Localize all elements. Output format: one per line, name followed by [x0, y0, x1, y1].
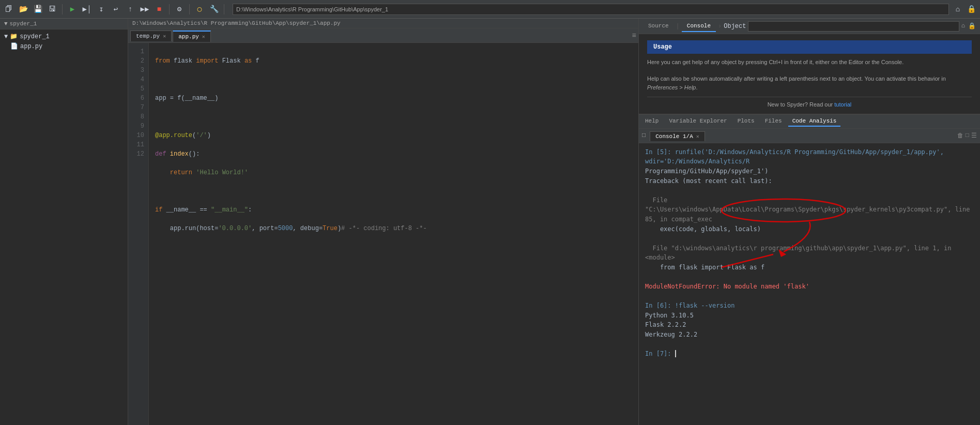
- console-line-error: ModuleNotFoundError: No module named 'fl…: [645, 282, 974, 292]
- tab-temppy-close[interactable]: ✕: [163, 33, 166, 39]
- console-line-blank1: [645, 186, 974, 195]
- console-line-in7: In [7]:: [645, 349, 974, 359]
- tabs-menu-button[interactable]: ≡: [632, 32, 636, 40]
- step-out-icon[interactable]: ↑: [125, 4, 136, 15]
- run-icon[interactable]: ▶: [67, 4, 78, 15]
- tab-variable-explorer[interactable]: Variable Explorer: [665, 116, 731, 127]
- tab-sep2: ›: [718, 23, 722, 30]
- sidebar-content: ▼ 📁 spyder_1 📄 app.py: [0, 29, 128, 425]
- console-line-from-flask: from flask import Flask as f: [645, 263, 974, 272]
- console-line-blank4: [645, 292, 974, 301]
- folder-expand-icon: ▼: [4, 33, 8, 40]
- console-line-blank3: [645, 272, 974, 282]
- tab-temppy[interactable]: temp.py ✕: [130, 31, 172, 41]
- console-pane-icon: □: [642, 132, 646, 139]
- step-into-icon[interactable]: ↧: [96, 4, 107, 15]
- file-icon: 📄: [10, 42, 18, 50]
- bottom-tabs-bar: Help Variable Explorer Plots Files Code …: [639, 114, 980, 129]
- sep3: [189, 4, 190, 14]
- open-folder-icon[interactable]: 📂: [18, 4, 29, 15]
- console-tab-label: Console 1/A: [655, 133, 693, 140]
- main-layout: ▼ spyder_1 ▼ 📁 spyder_1 📄 app.py D:\Wind…: [0, 19, 980, 425]
- stop-icon[interactable]: ■: [154, 4, 165, 15]
- console-output[interactable]: In [5]: runfile('D:/Windows/Analytics/R …: [639, 143, 980, 425]
- tab-help[interactable]: Help: [641, 116, 663, 127]
- tabs-bar: temp.py ✕ app.py ✕ ≡: [128, 28, 638, 43]
- toolbar-path-input[interactable]: [233, 4, 949, 15]
- tab-sep: |: [676, 23, 680, 30]
- sidebar-title: spyder_1: [10, 21, 37, 27]
- object-label: Object: [724, 23, 746, 30]
- lock-right-icon[interactable]: 🔒: [968, 22, 976, 30]
- tab-plots[interactable]: Plots: [733, 116, 759, 127]
- console-line-blank2: [645, 234, 974, 244]
- home-icon[interactable]: ⌂: [952, 4, 963, 15]
- console-line-exec: exec(code, globals, locals): [645, 224, 974, 234]
- sidebar-file-label: app.py: [20, 43, 42, 50]
- tutorial-link[interactable]: tutorial: [834, 101, 851, 108]
- console-line-file2: File "d:\windows\analytics\r programming…: [645, 244, 974, 263]
- console-line-blank5: [645, 340, 974, 350]
- path-bar: D:\Windows\Analytics\R Programming\GitHu…: [128, 19, 638, 28]
- code-editor: 1 2 3 4 5 6 7 8 9 10 11 12 from flask im…: [128, 43, 638, 425]
- help-panel: Usage Here you can get help of any objec…: [639, 34, 980, 114]
- new-file-icon[interactable]: 🗍: [3, 4, 14, 15]
- console-clear-icon[interactable]: 🗑: [957, 132, 963, 140]
- tab-temppy-label: temp.py: [136, 33, 160, 39]
- sep2: [169, 4, 170, 14]
- object-search-input[interactable]: [748, 21, 959, 32]
- right-top-icons: ⌂ 🔒: [961, 22, 976, 30]
- python-icon[interactable]: ◯: [194, 4, 205, 15]
- tab-apppy[interactable]: app.py ✕: [173, 31, 211, 42]
- console-maximize-icon[interactable]: □: [966, 132, 969, 140]
- editor-pane: D:\Windows\Analytics\R Programming\GitHu…: [128, 19, 639, 425]
- sidebar-item-label: spyder_1: [20, 33, 50, 40]
- step-over-icon[interactable]: ↩: [110, 4, 121, 15]
- usage-text1: Here you can get help of any object by p…: [647, 58, 972, 67]
- sidebar-item-spyder1[interactable]: ▼ 📁 spyder_1: [0, 32, 128, 41]
- debug-icon[interactable]: ▶│: [81, 4, 93, 15]
- object-input-area: Object: [724, 21, 959, 32]
- sep1: [62, 4, 63, 14]
- console-line-wdir: Programming/GitHub/App/spyder_1'): [645, 166, 974, 176]
- console-tab-close[interactable]: ✕: [696, 133, 699, 140]
- lock-icon[interactable]: 🔒: [966, 4, 977, 15]
- continue-icon[interactable]: ▶▶: [139, 4, 150, 15]
- sep4: [224, 4, 224, 14]
- console-line-in6: In [6]: !flask --version: [645, 301, 974, 311]
- usage-header: Usage: [647, 40, 972, 54]
- tab-files[interactable]: Files: [761, 116, 786, 127]
- config-icon[interactable]: ⚙: [174, 4, 185, 15]
- console-tab-1a[interactable]: Console 1/A ✕: [650, 131, 705, 141]
- usage-divider: [647, 97, 972, 97]
- toolbar-right-icons: ⌂ 🔒: [952, 4, 977, 15]
- folder-icon: 📁: [10, 33, 18, 40]
- sidebar-collapse-icon[interactable]: ▼: [4, 21, 8, 27]
- tab-apppy-label: app.py: [178, 34, 199, 40]
- sidebar-item-apppy[interactable]: 📄 app.py: [0, 41, 128, 51]
- path-bar-text: D:\Windows\Analytics\R Programming\GitHu…: [132, 20, 341, 26]
- console-line-file1: File "C:\Users\windows\AppData\Local\Pro…: [645, 195, 974, 224]
- console-line-python-ver: Python 3.10.5: [645, 311, 974, 321]
- line-numbers: 1 2 3 4 5 6 7 8 9 10 11 12: [128, 43, 149, 425]
- tab-console[interactable]: Console: [682, 21, 716, 32]
- top-toolbar: 🗍 📂 💾 🖫 ▶ ▶│ ↧ ↩ ↑ ▶▶ ■ ⚙ ◯ 🔧 ⌂ 🔒: [0, 0, 980, 19]
- sidebar-header: ▼ spyder_1: [0, 19, 128, 29]
- save-icon[interactable]: 💾: [32, 4, 43, 15]
- save-all-icon[interactable]: 🖫: [47, 4, 58, 15]
- right-top-tabs: Source | Console › Object ⌂ 🔒: [639, 19, 980, 34]
- console-panel-header: □ Console 1/A ✕ 🗑 □ ☰: [639, 129, 980, 143]
- tab-source[interactable]: Source: [643, 21, 674, 32]
- console-line-werkzeug-ver: Werkzeug 2.2.2: [645, 330, 974, 340]
- wrench-icon[interactable]: 🔧: [208, 4, 220, 15]
- usage-text2: Help can also be shown automatically aft…: [647, 74, 972, 93]
- home-right-icon[interactable]: ⌂: [961, 22, 965, 30]
- tab-code-analysis[interactable]: Code Analysis: [788, 116, 841, 127]
- console-line-traceback: Traceback (most recent call last):: [645, 176, 974, 186]
- right-panel: Source | Console › Object ⌂ 🔒 Usage Here…: [639, 19, 980, 425]
- console-menu-icon[interactable]: ☰: [971, 132, 977, 140]
- console-line-in5: In [5]: runfile('D:/Windows/Analytics/R …: [645, 147, 974, 166]
- code-content[interactable]: from flask import Flask as f app = f(__n…: [149, 43, 638, 425]
- console-line-flask-ver: Flask 2.2.2: [645, 320, 974, 330]
- tab-apppy-close[interactable]: ✕: [202, 34, 205, 40]
